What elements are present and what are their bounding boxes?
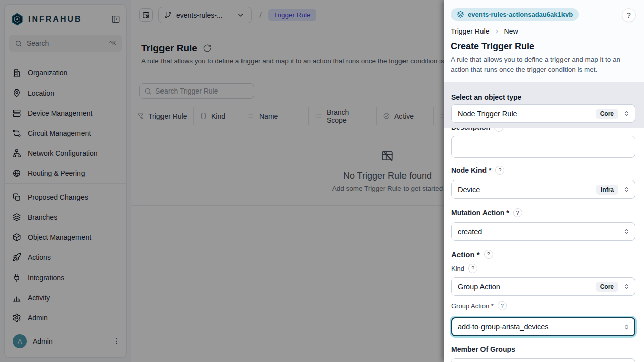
namespace-badge: Core [596,109,618,119]
mutation-action-label: Mutation Action * ? [451,208,635,217]
branch-badge-label: events-rules-actionsadau6ak1kvb [468,11,573,18]
action-section-label: Action * ? [451,250,635,259]
object-type-value: Node Trigger Rule [458,110,596,118]
chevrons-up-down-icon [623,110,630,117]
namespace-badge: Core [596,282,618,292]
drawer-breadcrumb-current: New [504,27,518,35]
action-kind-label: Kind ? [451,264,635,273]
object-type-section: Select an object type Node Trigger Rule … [444,82,644,128]
object-type-label: Select an object type [451,93,635,101]
drawer-title: Create Trigger Rule [451,41,636,52]
drawer-description: A rule that allows you to define a trigg… [451,55,635,75]
help-icon[interactable]: ? [495,166,504,175]
node-kind-select[interactable]: Device Infra [451,180,635,199]
help-icon[interactable]: ? [468,264,477,273]
help-icon[interactable]: ? [513,208,522,217]
mutation-action-select[interactable]: created [451,222,635,241]
member-of-groups-label: Member Of Groups [451,345,635,353]
group-action-label: Group Action * ? [451,301,635,310]
namespace-badge: Infra [596,185,618,195]
help-icon[interactable]: ? [498,301,507,310]
help-button[interactable]: ? [622,8,636,22]
action-kind-select[interactable]: Group Action Core [451,277,635,296]
drawer-breadcrumb-root[interactable]: Trigger Rule [451,27,490,35]
chevrons-up-down-icon [623,283,630,290]
help-icon[interactable]: ? [484,250,493,259]
description-field-label-clipped: Description ? [451,128,635,132]
layers-icon [457,11,464,18]
chevrons-up-down-icon [623,323,630,331]
help-icon[interactable]: ? [494,128,503,132]
chevrons-up-down-icon [623,228,630,235]
object-type-select[interactable]: Node Trigger Rule Core [451,104,635,123]
chevron-right-icon [493,28,501,35]
group-action-select[interactable]: add-to-group-arista_devices [451,317,635,336]
chevrons-up-down-icon [623,186,630,193]
drawer-header: events-rules-actionsadau6ak1kvb ? Trigge… [444,0,644,82]
create-trigger-rule-drawer: events-rules-actionsadau6ak1kvb ? Trigge… [444,0,644,362]
branch-badge: events-rules-actionsadau6ak1kvb [451,8,579,21]
description-input[interactable] [451,136,635,158]
member-of-groups-select[interactable] [451,358,635,362]
drawer-breadcrumb: Trigger Rule New [451,27,636,35]
node-kind-label: Node Kind * ? [451,166,635,175]
drawer-form: Description ? Node Kind * ? Device Infra… [444,128,644,362]
